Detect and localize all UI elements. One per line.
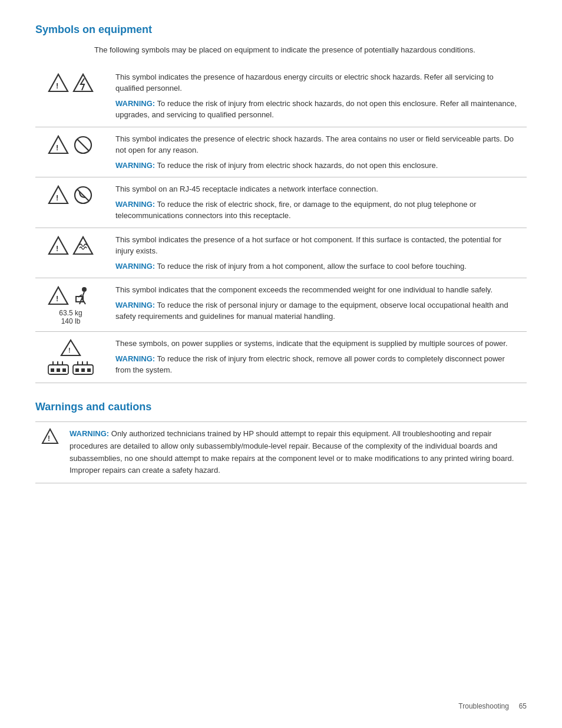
svg-rect-37 [87, 368, 91, 372]
symbol-content-3: This symbol on an RJ-45 receptacle indic… [106, 177, 527, 228]
svg-marker-38 [42, 429, 58, 443]
warning-icon-cell: ! [35, 422, 65, 483]
svg-marker-22 [61, 340, 80, 355]
symbol-icon-cell-3: ! [35, 177, 106, 228]
symbol-icon-cell-4: ! [35, 228, 106, 278]
svg-point-16 [82, 287, 87, 292]
svg-marker-13 [74, 237, 92, 254]
warning-bold-label: WARNING: [70, 429, 109, 438]
symbol-icon-cell-1: ! [35, 65, 106, 127]
symbol-icon-cell-2: ! [35, 127, 106, 177]
symbols-table: ! This symbol indicates the presence of … [35, 65, 527, 384]
warning-triangle-main-icon: ! [41, 428, 59, 446]
footer-page-number: 65 [519, 702, 527, 710]
symbol-content-1: This symbol indicates the presence of ha… [106, 65, 527, 127]
table-row: ! This symbol indicates the presence of … [35, 127, 527, 177]
section-title-symbols: Symbols on equipment [35, 24, 527, 36]
svg-rect-29 [57, 368, 60, 372]
table-row: ! This symbol indicates the presence of … [35, 228, 527, 278]
sym3-desc: This symbol on an RJ-45 receptacle indic… [115, 183, 522, 195]
power-warning-icon: ! [60, 339, 81, 357]
no-service-icon [72, 134, 94, 156]
sym2-warning: To reduce the risk of injury from electr… [157, 161, 438, 170]
table-row: ! This symbol on an RJ-45 receptacle ind… [35, 177, 527, 228]
svg-text:!: ! [56, 143, 58, 152]
table-row: ! [35, 278, 527, 332]
weight-lb: 140 lb [40, 317, 101, 325]
warning-triangle-4-icon: ! [48, 285, 69, 307]
sym6-desc: These symbols, on power supplies or syst… [115, 338, 522, 350]
svg-line-10 [77, 189, 89, 201]
svg-rect-36 [81, 368, 85, 372]
page-footer: Troubleshooting 65 [458, 702, 527, 710]
hot-surface-sym-icon [72, 235, 94, 256]
sym2-desc: This symbol indicates the presence of el… [115, 133, 522, 156]
svg-rect-28 [51, 368, 54, 372]
sym6-warning: To reduce the risk of injury from electr… [115, 354, 505, 375]
intro-text: The following symbols may be placed on e… [94, 44, 527, 56]
lightning-icon [72, 73, 94, 94]
symbol-content-4: This symbol indicates the presence of a … [106, 228, 527, 278]
power-plug-2-icon [72, 360, 94, 377]
warning-label: WARNING: [115, 161, 155, 170]
svg-rect-35 [75, 368, 79, 372]
svg-line-6 [77, 139, 89, 151]
warning-triangle-3-icon: ! [48, 235, 69, 256]
warning-label: WARNING: [115, 262, 155, 271]
svg-text:!: ! [56, 193, 58, 202]
sym4-warning: To reduce the risk of injury from a hot … [157, 262, 467, 271]
svg-rect-30 [62, 368, 66, 372]
sym5-desc: This symbol indicates that the component… [115, 284, 522, 296]
svg-text:!: ! [56, 81, 58, 90]
symbol-icon-cell-6: ! [35, 332, 106, 383]
warning-content-cell: WARNING: Only authorized technicians tra… [65, 422, 527, 483]
warning-text-1: Only authorized technicians trained by H… [70, 429, 514, 475]
warning-label: WARNING: [115, 99, 155, 108]
svg-text:!: ! [68, 347, 71, 354]
symbol-content-2: This symbol indicates the presence of el… [106, 127, 527, 177]
svg-text:!: ! [48, 434, 50, 443]
svg-text:!: ! [56, 244, 58, 253]
sym4-desc: This symbol indicates the presence of a … [115, 234, 522, 257]
footer-section: Troubleshooting [458, 702, 509, 710]
warning-label: WARNING: [115, 301, 155, 309]
warning-label: WARNING: [115, 354, 155, 363]
warnings-table: ! WARNING: Only authorized technicians t… [35, 421, 527, 483]
heavy-weight-sym-icon [72, 285, 94, 307]
hazard-warning-icon: ! [48, 73, 69, 94]
weight-kg: 63.5 kg [40, 309, 101, 317]
sym5-warning: To reduce the risk of personal injury or… [115, 301, 508, 321]
power-plug-1-icon [47, 360, 70, 377]
table-row: ! This symbol indicates the presence of … [35, 65, 527, 127]
sym3-warning: To reduce the risk of electric shock, fi… [115, 200, 477, 220]
warning-triangle-icon: ! [48, 134, 69, 156]
symbol-content-5: This symbol indicates that the component… [106, 278, 527, 332]
sym1-desc: This symbol indicates the presence of ha… [115, 71, 522, 94]
warnings-section-title: Warnings and cautions [35, 401, 527, 413]
sym1-warning: To reduce the risk of injury from electr… [115, 99, 517, 120]
warning-label: WARNING: [115, 200, 155, 209]
table-row: ! [35, 332, 527, 383]
svg-text:!: ! [56, 294, 58, 303]
no-phone-icon [72, 185, 94, 206]
symbol-icon-cell-5: ! [35, 278, 106, 332]
warning-row: ! WARNING: Only authorized technicians t… [35, 422, 527, 483]
warnings-section: Warnings and cautions ! WARNING: Only au… [35, 401, 527, 483]
symbol-content-6: These symbols, on power supplies or syst… [106, 332, 527, 383]
warning-triangle-2-icon: ! [48, 185, 69, 206]
